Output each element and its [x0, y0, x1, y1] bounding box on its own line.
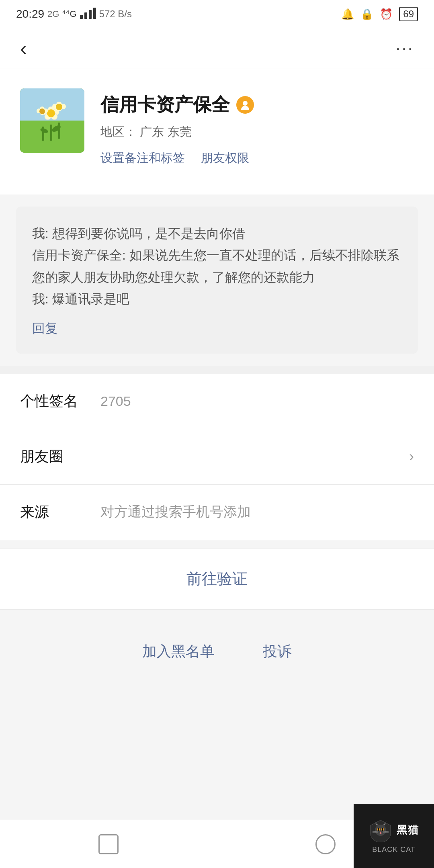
friend-permission-button[interactable]: 朋友权限: [201, 150, 249, 166]
time-display: 20:29: [16, 8, 44, 20]
svg-point-30: [375, 825, 386, 836]
circle-nav-icon: [315, 834, 336, 854]
svg-point-21: [56, 104, 62, 110]
svg-rect-0: [80, 15, 83, 19]
lock-icon: 🔒: [360, 8, 373, 20]
svg-point-29: [243, 101, 248, 106]
nav-circle-item[interactable]: [315, 834, 336, 854]
alarm-icon: ⏰: [380, 8, 393, 20]
svg-rect-7: [50, 125, 52, 141]
report-button[interactable]: 投诉: [263, 642, 292, 661]
blackcat-icon: [368, 818, 393, 842]
signature-row: 个性签名 2705: [0, 374, 434, 429]
section-divider: [0, 366, 434, 374]
blacklist-button[interactable]: 加入黑名单: [142, 642, 215, 661]
svg-rect-1: [84, 12, 87, 19]
svg-rect-3: [93, 8, 96, 19]
signal-4g: ⁴⁴G: [62, 9, 76, 19]
status-right: 🔔 🔒 ⏰ 69: [341, 7, 418, 21]
svg-point-26: [39, 108, 45, 114]
profile-actions: 设置备注和标签 朋友权限: [100, 150, 414, 166]
speed-display: 572 B/s: [99, 8, 132, 20]
verify-section: 前往验证: [0, 548, 434, 610]
signal-icon: [80, 7, 96, 22]
source-label: 来源: [20, 502, 100, 522]
profile-section: 信用卡资产保全 地区： 广东 东莞 设置备注和标签 朋友权限: [0, 68, 434, 194]
set-remark-button[interactable]: 设置备注和标签: [100, 150, 185, 166]
info-section: 个性签名 2705 朋友圈 › 来源 对方通过搜索手机号添加: [0, 374, 434, 540]
signature-label: 个性签名: [20, 391, 100, 411]
profile-region: 地区： 广东 东莞: [100, 124, 414, 140]
reply-button[interactable]: 回复: [32, 321, 58, 336]
avatar: [20, 88, 84, 153]
svg-point-38: [382, 828, 383, 831]
battery-display: 69: [399, 7, 418, 21]
network-indicator: 2G: [47, 9, 59, 19]
svg-rect-8: [58, 123, 60, 139]
action-section: 加入黑名单 投诉: [0, 618, 434, 686]
source-row: 来源 对方通过搜索手机号添加: [0, 485, 434, 540]
header: ‹ ···: [0, 28, 434, 68]
more-button[interactable]: ···: [395, 38, 414, 58]
square-nav-icon: [98, 834, 119, 854]
profile-name-row: 信用卡资产保全: [100, 92, 414, 117]
verify-button[interactable]: 前往验证: [186, 569, 248, 589]
bottom-navigation: 黑猫 BLACK CAT: [0, 820, 434, 868]
blackcat-logo-text: 黑猫: [397, 823, 419, 837]
moments-label: 朋友圈: [20, 447, 100, 467]
user-type-icon: [236, 96, 254, 114]
blackcat-watermark: 黑猫 BLACK CAT: [354, 804, 434, 868]
chat-preview-card: 我: 想得到要你说吗，是不是去向你借 信用卡资产保全: 如果说先生您一直不处理的…: [16, 207, 418, 354]
profile-top: 信用卡资产保全 地区： 广东 东莞 设置备注和标签 朋友权限: [20, 88, 414, 166]
chat-preview-text: 我: 想得到要你说吗，是不是去向你借 信用卡资产保全: 如果说先生您一直不处理的…: [32, 223, 402, 310]
svg-point-16: [47, 109, 55, 117]
status-bar: 20:29 2G ⁴⁴G 572 B/s 🔔 🔒 ⏰ 69: [0, 0, 434, 28]
moments-arrow-icon: ›: [409, 448, 414, 465]
status-left: 20:29 2G ⁴⁴G 572 B/s: [16, 7, 132, 22]
moments-row[interactable]: 朋友圈 ›: [0, 429, 434, 485]
profile-name: 信用卡资产保全: [100, 92, 230, 117]
blackcat-sub-text: BLACK CAT: [372, 845, 416, 854]
avatar-image: [20, 88, 84, 153]
blackcat-logo: 黑猫: [368, 818, 419, 842]
source-value: 对方通过搜索手机号添加: [100, 503, 414, 521]
bell-icon: 🔔: [341, 8, 354, 20]
profile-info: 信用卡资产保全 地区： 广东 东莞 设置备注和标签 朋友权限: [100, 88, 414, 166]
signature-value: 2705: [100, 393, 414, 409]
nav-square-item[interactable]: [98, 834, 119, 854]
back-button[interactable]: ‹: [20, 37, 27, 60]
svg-rect-2: [89, 10, 92, 19]
svg-point-37: [378, 828, 379, 831]
